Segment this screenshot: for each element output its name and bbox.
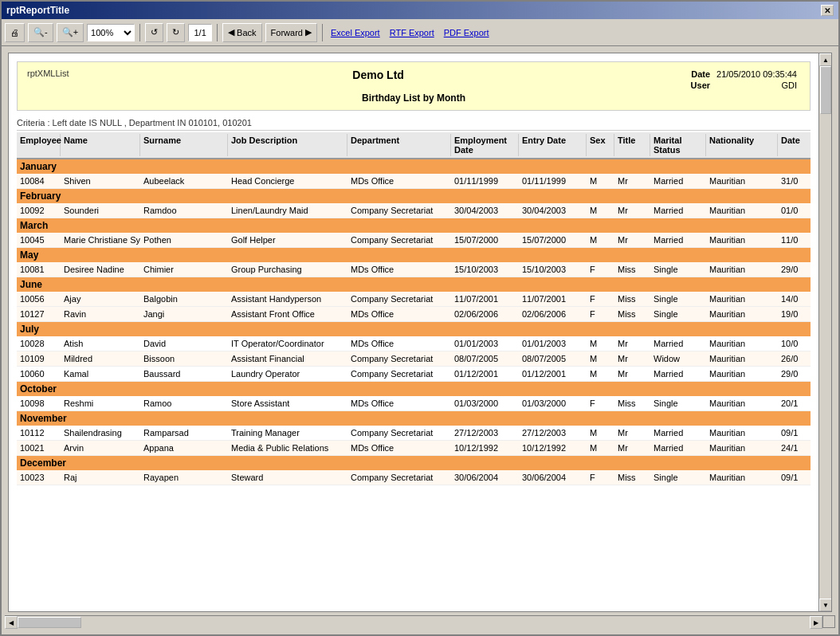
- scrollbar-corner: [822, 615, 835, 628]
- data-cell: Mauritian: [706, 352, 778, 365]
- page-input[interactable]: 1/1: [188, 24, 212, 41]
- toolbar-separator-1: [139, 24, 140, 41]
- forward-button[interactable]: Forward ▶: [265, 23, 317, 42]
- scroll-right-button[interactable]: ▶: [810, 616, 822, 629]
- data-cell: Miss: [614, 471, 650, 484]
- scroll-thumb-v[interactable]: [820, 66, 831, 114]
- data-cell: Shiven: [61, 175, 140, 187]
- print-icon-btn[interactable]: 🖨: [5, 23, 25, 42]
- data-cell: Laundry Operator: [228, 367, 347, 380]
- data-cell: 11/07/2001: [519, 292, 587, 305]
- data-cell: 30/04/2003: [519, 204, 587, 217]
- table-row: 10109MildredBissoonAssistant FinancialCo…: [17, 351, 811, 367]
- table-row: 10021ArvinAppanaMedia & Public Relations…: [17, 441, 811, 456]
- data-cell: Single: [650, 263, 706, 276]
- data-cell: MDs Office: [347, 442, 451, 454]
- data-cell: Company Secretariat: [347, 204, 451, 217]
- data-cell: Company Secretariat: [347, 367, 451, 380]
- data-cell: 29/0: [778, 367, 818, 380]
- scroll-track-v[interactable]: [819, 66, 831, 599]
- refresh-button[interactable]: ↺: [145, 23, 163, 42]
- data-cell: M: [587, 234, 614, 246]
- data-cell: Bissoon: [140, 352, 228, 365]
- data-cell: 15/10/2003: [451, 263, 519, 276]
- data-cell: 19/0: [778, 308, 818, 320]
- col-surname: Surname: [140, 134, 228, 156]
- scroll-thumb-h[interactable]: [18, 617, 81, 628]
- data-cell: Ravin: [61, 308, 140, 320]
- month-header: February: [17, 189, 811, 203]
- data-cell: 09/1: [778, 426, 818, 439]
- toolbar-separator-3: [322, 24, 323, 41]
- toolbar: 🖨 🔍- 🔍+ 100% 75% 50% 150% ↺ ↻ 1/1 ◀ B: [2, 19, 838, 46]
- data-cell: 10045: [17, 234, 61, 246]
- data-cell: Single: [650, 471, 706, 484]
- data-cell: Company Secretariat: [347, 352, 451, 365]
- col-emp-date: Employment Date: [451, 134, 519, 156]
- month-header: March: [17, 218, 811, 233]
- table-row: 10112ShailendrasingRamparsadTraining Man…: [17, 426, 811, 441]
- user-value: GDI: [713, 80, 800, 91]
- scroll-down-button[interactable]: ▼: [819, 599, 832, 611]
- data-cell: 29/0: [778, 263, 818, 276]
- data-cell: Mr: [614, 337, 650, 350]
- data-cell: 15/07/2000: [519, 234, 587, 246]
- data-cell: Group Purchasing: [228, 263, 347, 276]
- report-scroll[interactable]: rptXMLList Demo Ltd Date 21/05/2010 09:3…: [9, 53, 818, 611]
- vertical-scrollbar: ▲ ▼: [818, 53, 831, 611]
- data-cell: Training Manager: [228, 426, 347, 439]
- scroll-track-h[interactable]: [18, 616, 810, 629]
- data-cell: 01/01/2003: [451, 337, 519, 350]
- data-cell: Assistant Financial: [228, 352, 347, 365]
- close-button[interactable]: ✕: [821, 5, 834, 16]
- data-cell: Mr: [614, 175, 650, 187]
- data-cell: Married: [650, 204, 706, 217]
- pdf-export-button[interactable]: PDF Export: [441, 26, 493, 39]
- printer-icon: 🖨: [10, 28, 19, 37]
- col-name: Name: [61, 134, 140, 156]
- data-cell: MDs Office: [347, 337, 451, 350]
- data-cell: Mr: [614, 426, 650, 439]
- col-title: Title: [614, 134, 650, 156]
- data-cell: Mr: [614, 204, 650, 217]
- month-header: June: [17, 277, 811, 292]
- data-cell: Atish: [61, 337, 140, 350]
- data-cell: F: [587, 263, 614, 276]
- data-cell: Company Secretariat: [347, 471, 451, 484]
- data-cell: Miss: [614, 263, 650, 276]
- user-label: User: [688, 80, 713, 91]
- data-cell: 15/10/2003: [519, 263, 587, 276]
- zoom-in-button[interactable]: 🔍+: [57, 23, 84, 42]
- data-cell: Miss: [614, 292, 650, 305]
- back-button[interactable]: ◀ Back: [222, 23, 261, 42]
- data-cell: Single: [650, 308, 706, 320]
- col-entry-date: Entry Date: [519, 134, 587, 156]
- data-cell: 10/12/1992: [519, 442, 587, 454]
- month-header: January: [17, 159, 811, 174]
- data-cell: Mauritian: [706, 442, 778, 454]
- data-cell: Married: [650, 175, 706, 187]
- data-cell: 02/06/2006: [451, 308, 519, 320]
- data-cell: Mauritian: [706, 263, 778, 276]
- scroll-left-button[interactable]: ◀: [5, 616, 18, 629]
- data-cell: 30/06/2004: [519, 471, 587, 484]
- zoom-select[interactable]: 100% 75% 50% 150%: [87, 24, 135, 41]
- scroll-up-button[interactable]: ▲: [819, 53, 832, 66]
- refresh-alt-button[interactable]: ↻: [167, 23, 185, 42]
- rtf-export-button[interactable]: RTF Export: [387, 26, 438, 39]
- excel-export-button[interactable]: Excel Export: [328, 26, 383, 39]
- data-cell: 14/0: [778, 292, 818, 305]
- refresh-icon: ↺: [151, 27, 158, 37]
- zoom-out-button[interactable]: 🔍-: [28, 23, 53, 42]
- data-cell: 10021: [17, 442, 61, 454]
- data-cell: 01/12/2001: [519, 367, 587, 380]
- table-row: 10056AjayBalgobinAssistant HandypersonCo…: [17, 292, 811, 307]
- data-cell: Appana: [140, 442, 228, 454]
- table-row: 10028AtishDavidIT Operator/CoordinatorMD…: [17, 336, 811, 351]
- data-cell: 10112: [17, 426, 61, 439]
- report-data: January10084ShivenAubeelackHead Concierg…: [17, 159, 811, 485]
- data-cell: 11/07/2001: [451, 292, 519, 305]
- data-cell: Aubeelack: [140, 175, 228, 187]
- data-cell: M: [587, 442, 614, 454]
- data-cell: 10109: [17, 352, 61, 365]
